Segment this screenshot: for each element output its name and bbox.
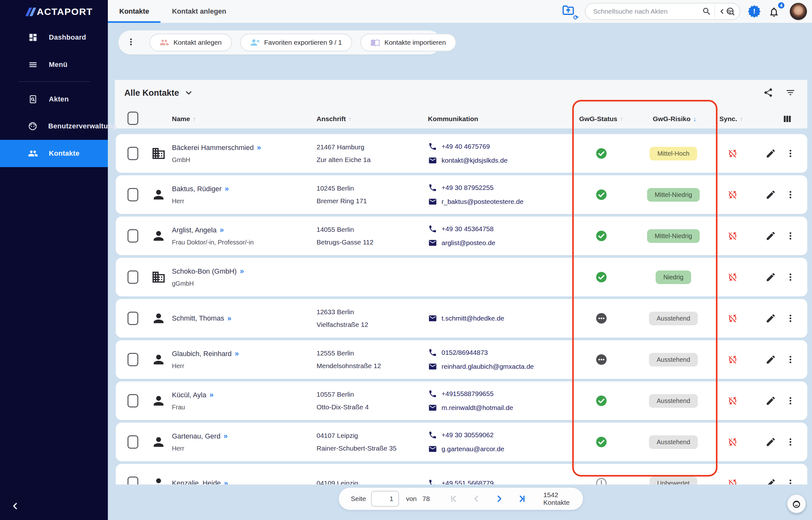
contact-name[interactable]: Gartenau, Gerd	[172, 432, 221, 440]
column-header-name[interactable]: Name↑	[172, 110, 196, 127]
edit-button[interactable]	[765, 313, 776, 324]
row-kebab-icon[interactable]	[786, 355, 795, 364]
row-checkbox[interactable]	[128, 147, 138, 160]
last-page-button[interactable]	[517, 494, 527, 503]
page-number-input[interactable]	[371, 491, 399, 507]
first-page-button[interactable]	[449, 494, 458, 503]
email-address[interactable]: arglist@posteo.de	[441, 239, 496, 247]
share-icon[interactable]	[763, 87, 773, 99]
edit-button[interactable]	[765, 272, 776, 283]
table-row[interactable]: Baktus, Rüdiger » Herr 10245 Berlin Brem…	[116, 175, 807, 214]
column-header-sync[interactable]: Sync.↑	[719, 110, 743, 127]
contact-name[interactable]: Arglist, Angela	[172, 226, 217, 234]
contact-name[interactable]: Schoko-Bon (GmbH)	[172, 267, 237, 276]
open-contact-icon[interactable]: »	[224, 432, 227, 440]
open-contact-icon[interactable]: »	[240, 267, 243, 276]
email-address[interactable]: r_baktus@posteotestere.de	[441, 198, 523, 205]
row-kebab-icon[interactable]	[786, 190, 795, 200]
next-page-button[interactable]	[494, 494, 504, 503]
table-row[interactable]: Schoko-Bon (GmbH) » gGmbH	[116, 258, 807, 296]
contact-name[interactable]: Baktus, Rüdiger	[172, 185, 222, 193]
email-address[interactable]: kontakt@kjdsjslkds.de	[441, 157, 507, 164]
contact-name[interactable]: Bäckerei Hammerschmied	[172, 144, 254, 152]
row-kebab-icon[interactable]	[786, 231, 795, 241]
view-selector[interactable]: Alle Kontakte	[124, 84, 193, 102]
export-favorites-button[interactable]: Favoriten exportieren 9 / 1	[240, 34, 352, 51]
email-address[interactable]: g.gartenau@arcor.de	[441, 445, 504, 453]
row-checkbox[interactable]	[128, 476, 138, 485]
edit-button[interactable]	[765, 231, 776, 241]
edit-button[interactable]	[765, 354, 776, 365]
edit-button[interactable]	[765, 437, 776, 447]
search-icon[interactable]	[702, 7, 711, 16]
table-row[interactable]: Bäckerei Hammerschmied » GmbH 21467 Hamb…	[116, 134, 807, 173]
table-row[interactable]: Gartenau, Gerd » Herr 04107 Leipzig Rain…	[116, 423, 807, 461]
row-checkbox[interactable]	[128, 394, 138, 408]
filter-icon[interactable]	[785, 87, 795, 99]
alert-seal-icon[interactable]: !	[748, 5, 761, 18]
toolbar-kebab-icon[interactable]	[127, 37, 135, 48]
table-row[interactable]: Glaubich, Reinhard » Herr 12555 Berlin M…	[116, 340, 807, 379]
sidebar-collapse-button[interactable]	[9, 500, 22, 513]
previous-page-button[interactable]	[472, 494, 481, 503]
row-kebab-icon[interactable]	[786, 396, 795, 406]
notifications-button[interactable]: 4	[768, 4, 782, 19]
email-address[interactable]: m.reinwaldt@hotmail.de	[441, 404, 513, 412]
sidebar-item-dashboard[interactable]: Dashboard	[0, 28, 108, 47]
row-checkbox[interactable]	[128, 229, 138, 242]
open-contact-icon[interactable]: »	[220, 226, 223, 234]
row-checkbox[interactable]	[128, 312, 138, 325]
table-row[interactable]: Kücül, Ayla » Frau 10557 Berlin Otto-Dix…	[116, 382, 807, 420]
table-row[interactable]: Schmitt, Thomas » 12633 Berlin Vielfachs…	[116, 299, 807, 338]
folder-upload-sync-icon[interactable]: ⟳	[561, 3, 577, 19]
phone-number[interactable]: +49 30 87952255	[441, 184, 493, 191]
row-checkbox[interactable]	[128, 188, 138, 201]
phone-number[interactable]: 0152/86944873	[441, 349, 488, 356]
open-contact-icon[interactable]: »	[224, 479, 227, 485]
phone-number[interactable]: +49 30 45364758	[441, 225, 493, 233]
column-header-gwg-risiko[interactable]: GwG-Risiko↓	[653, 110, 696, 127]
edit-button[interactable]	[765, 148, 776, 159]
sidebar-item-benutzerverwaltung[interactable]: Benutzerverwaltung	[0, 117, 108, 136]
chevron-left-icon[interactable]	[718, 8, 726, 15]
open-contact-icon[interactable]: »	[209, 391, 213, 399]
edit-button[interactable]	[765, 395, 776, 406]
row-checkbox[interactable]	[128, 353, 138, 366]
contact-name[interactable]: Glaubich, Reinhard	[172, 350, 232, 358]
edit-button[interactable]	[765, 189, 776, 200]
open-contact-icon[interactable]: »	[235, 349, 238, 358]
contact-name[interactable]: Schmitt, Thomas	[172, 314, 224, 322]
import-contacts-button[interactable]: Kontakte importieren	[360, 34, 456, 51]
row-kebab-icon[interactable]	[786, 272, 795, 282]
search-input[interactable]	[593, 8, 702, 15]
support-chat-button[interactable]	[787, 495, 806, 513]
row-kebab-icon[interactable]	[786, 314, 795, 323]
avatar[interactable]	[790, 3, 807, 20]
sidebar-item-akten[interactable]: Akten	[0, 90, 108, 109]
contact-name[interactable]: Kenzalie, Heide	[172, 479, 221, 485]
create-contact-button[interactable]: Kontakt anlegen	[149, 34, 232, 51]
sidebar-item-kontakte[interactable]: Kontakte	[0, 140, 108, 167]
phone-number[interactable]: +49 40 4675769	[441, 143, 490, 150]
row-checkbox[interactable]	[128, 270, 138, 284]
tab-kontakte[interactable]: Kontakte	[108, 0, 160, 23]
columns-icon[interactable]	[783, 114, 792, 125]
email-address[interactable]: t.schmitt@hdedke.de	[441, 315, 504, 322]
email-address[interactable]: reinhard.glaubich@gmxacta.de	[441, 363, 534, 370]
row-kebab-icon[interactable]	[786, 149, 795, 158]
sidebar-item-menu[interactable]: Menü	[0, 55, 108, 74]
column-header-anschrift[interactable]: Anschrift↑	[316, 110, 351, 127]
phone-number[interactable]: +4915588799655	[441, 390, 493, 398]
phone-number[interactable]: +49 30 30559062	[441, 431, 493, 439]
phone-number[interactable]: +49 551 5668779	[441, 479, 493, 485]
advanced-search-icon[interactable]	[726, 7, 735, 16]
contact-name[interactable]: Kücül, Ayla	[172, 391, 206, 399]
select-all-checkbox[interactable]	[128, 112, 138, 125]
tab-kontakt-anlegen[interactable]: Kontakt anlegen	[160, 0, 237, 23]
row-kebab-icon[interactable]	[786, 478, 795, 485]
row-checkbox[interactable]	[128, 435, 138, 449]
column-header-gwg-status[interactable]: GwG-Status↑	[579, 110, 623, 127]
table-row[interactable]: Kenzalie, Heide » 04109 Leipzig +49 551 …	[116, 464, 807, 485]
open-contact-icon[interactable]: »	[225, 185, 228, 193]
row-kebab-icon[interactable]	[786, 437, 795, 447]
